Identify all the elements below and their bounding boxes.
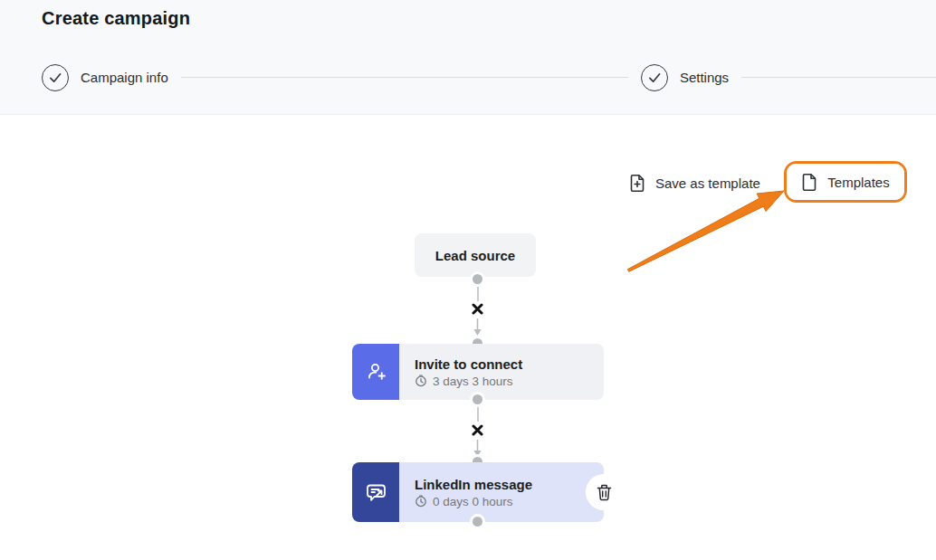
user-plus-icon [352,344,399,400]
save-as-template-label: Save as template [655,176,760,191]
delete-step-button[interactable] [586,474,622,510]
document-icon [801,173,817,192]
connector-handle[interactable] [470,514,485,529]
templates-label: Templates [827,175,889,190]
create-campaign-screen: Create campaign Campaign info Settings [0,0,936,560]
node-delay: 0 days 0 hours [415,495,589,508]
lead-source-label: Lead source [435,248,515,263]
templates-highlight-ring: Templates [784,161,907,203]
document-plus-icon [629,174,645,193]
header: Create campaign Campaign info Settings [0,0,936,115]
stepper-connector-line [181,77,628,78]
wizard-stepper: Campaign info Settings [42,63,936,91]
stepper-connector-line [741,77,936,78]
lead-source-node[interactable]: Lead source [415,233,536,277]
node-delay-label: 0 days 0 hours [433,495,513,508]
trash-icon [597,484,612,501]
check-icon [42,64,69,91]
clock-icon [415,375,427,387]
connector-handle[interactable] [470,271,485,287]
stepper-step-settings[interactable]: Settings [641,64,729,91]
node-delay-label: 3 days 3 hours [433,375,513,388]
check-icon [641,64,668,91]
node-title: LinkedIn message [415,477,589,492]
node-delay: 3 days 3 hours [415,375,589,388]
templates-button[interactable]: Templates [787,164,904,200]
chat-message-send-icon [352,462,399,522]
connector-line [477,407,479,422]
x-icon[interactable] [472,303,483,315]
connector-handle[interactable] [470,392,485,407]
stepper-step-campaign-info[interactable]: Campaign info [42,64,168,91]
save-as-template-button[interactable]: Save as template [629,169,760,196]
page-title: Create campaign [42,8,190,29]
step-label: Campaign info [81,70,168,85]
node-body: Invite to connect 3 days 3 hours [399,344,604,400]
clock-icon [415,495,427,508]
node-title: Invite to connect [415,356,589,372]
x-icon[interactable] [472,424,483,436]
arrow-down-icon [471,318,484,337]
connector-line [477,287,479,301]
step-label: Settings [680,70,729,85]
node-body: LinkedIn message 0 days 0 hours [399,462,604,522]
